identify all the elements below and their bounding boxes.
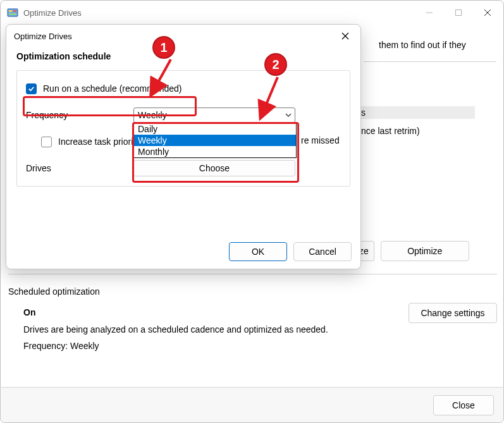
run-schedule-checkbox[interactable] <box>26 83 37 94</box>
optimize-button[interactable]: Optimize <box>381 241 469 261</box>
svg-rect-5 <box>456 10 462 16</box>
frequency-select[interactable]: Weekly Daily Weekly Monthly <box>133 107 295 123</box>
increase-priority-label-fragment: Increase task priori <box>58 137 133 147</box>
maximize-button[interactable] <box>444 3 473 22</box>
minimize-button[interactable] <box>415 3 444 22</box>
schedule-group: Run on a schedule (recommended) Frequenc… <box>16 70 350 187</box>
choose-drives-button[interactable]: Choose <box>133 160 295 176</box>
dialog-title: Optimize Drives <box>14 32 334 41</box>
run-schedule-row: Run on a schedule (recommended) <box>26 80 341 97</box>
frequency-row: Frequency Weekly Daily Weekly Monthly <box>26 106 341 124</box>
run-schedule-label: Run on a schedule (recommended) <box>43 83 181 94</box>
change-settings-button[interactable]: Change settings <box>409 303 497 323</box>
optimization-schedule-heading: Optimization schedule <box>16 51 350 61</box>
close-button-main[interactable]: Close <box>433 395 494 415</box>
frequency-option-monthly[interactable]: Monthly <box>134 146 296 157</box>
cancel-button[interactable]: Cancel <box>293 242 352 261</box>
app-icon <box>7 7 18 18</box>
drives-label: Drives <box>26 163 133 173</box>
status-text: s <box>361 107 366 118</box>
svg-rect-0 <box>8 9 18 16</box>
frequency-selected-value: Weekly <box>138 110 167 120</box>
chevron-down-icon <box>285 110 292 120</box>
schedule-settings-dialog: Optimize Drives Optimization schedule Ru… <box>6 24 361 269</box>
frequency-label: Frequency <box>26 110 133 120</box>
status-column-fragment: s <box>361 106 475 119</box>
dialog-button-row: OK Cancel <box>229 242 352 261</box>
parent-window-title: Optimize Drives <box>23 8 415 18</box>
frequency-option-daily[interactable]: Daily <box>134 123 296 135</box>
status-value-fragment: nce last retrim) <box>361 126 420 136</box>
divider <box>364 61 496 62</box>
scheduled-description: Drives are being analyzed on a scheduled… <box>23 321 497 338</box>
drives-row: Drives Choose <box>26 159 341 177</box>
intro-text-fragment: them to find out if they <box>379 40 466 50</box>
parent-titlebar: Optimize Drives <box>1 1 503 25</box>
svg-rect-3 <box>9 13 16 15</box>
drive-action-buttons: ze Optimize <box>354 241 469 261</box>
missed-text-fragment: re missed <box>301 135 340 145</box>
scheduled-optimization-section: Scheduled optimization On Drives are bei… <box>8 283 497 355</box>
svg-rect-2 <box>13 10 16 12</box>
parent-bottom-bar: Close <box>1 387 503 422</box>
close-button[interactable] <box>473 3 502 22</box>
scheduled-heading: Scheduled optimization <box>8 286 497 297</box>
scheduled-frequency: Frequency: Weekly <box>23 338 497 355</box>
frequency-option-weekly[interactable]: Weekly <box>134 135 296 146</box>
dialog-close-button[interactable] <box>334 27 357 45</box>
svg-rect-1 <box>9 10 12 12</box>
dialog-titlebar: Optimize Drives <box>6 25 360 47</box>
increase-priority-checkbox[interactable] <box>41 137 52 147</box>
frequency-dropdown-list: Daily Weekly Monthly <box>133 123 297 158</box>
ok-button[interactable]: OK <box>229 242 287 261</box>
divider <box>8 274 497 274</box>
